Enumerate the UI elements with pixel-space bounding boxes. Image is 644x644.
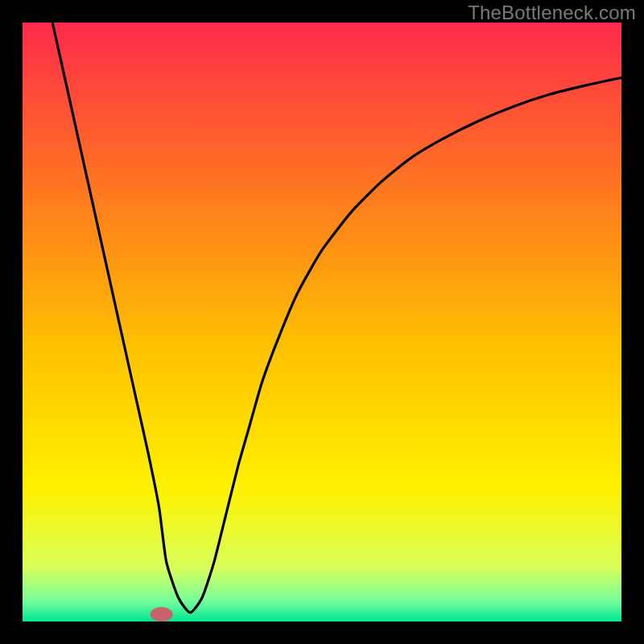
chart-container: TheBottleneck.com <box>0 0 644 644</box>
watermark-label: TheBottleneck.com <box>468 2 636 24</box>
optimal-marker <box>151 607 173 621</box>
chart-plot-area <box>23 23 621 621</box>
bottleneck-chart <box>0 0 644 644</box>
